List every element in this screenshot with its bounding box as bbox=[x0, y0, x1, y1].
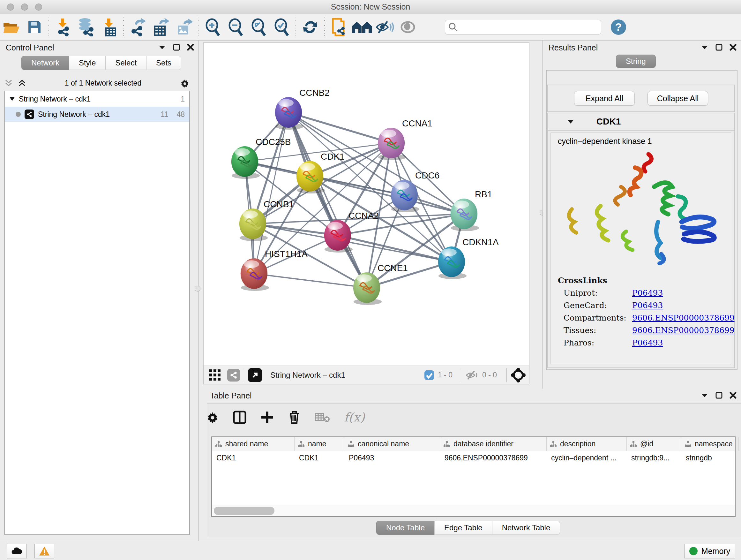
minimize-window-button[interactable] bbox=[21, 3, 28, 10]
tab-network-table[interactable]: Network Table bbox=[492, 521, 560, 535]
string-homes-button[interactable] bbox=[350, 17, 374, 38]
float-panel-icon[interactable] bbox=[716, 44, 723, 51]
node-label-hist1h1a: HIST1H1A bbox=[265, 249, 308, 259]
import-table-button[interactable] bbox=[98, 17, 121, 38]
table-cell[interactable]: stringdb bbox=[681, 451, 739, 466]
export-network-button[interactable] bbox=[126, 17, 149, 38]
column-header-shared-name[interactable]: shared name bbox=[212, 437, 294, 451]
tab-network[interactable]: Network bbox=[21, 56, 69, 70]
network-view-icon[interactable] bbox=[227, 369, 240, 381]
table-cell[interactable]: CDK1 bbox=[294, 451, 344, 466]
tab-edge-table[interactable]: Edge Table bbox=[434, 521, 492, 535]
open-folder-icon bbox=[3, 20, 20, 34]
global-search-box[interactable] bbox=[445, 20, 601, 35]
table-cell[interactable]: stringdb:9... bbox=[627, 451, 681, 466]
zoom-out-button[interactable] bbox=[224, 17, 247, 38]
expand-all-button[interactable]: Expand All bbox=[574, 91, 635, 106]
add-column-icon[interactable] bbox=[260, 411, 274, 424]
float-panel-icon[interactable] bbox=[716, 392, 723, 399]
column-header-name[interactable]: name bbox=[294, 437, 344, 451]
column-header-database-identifier[interactable]: database identifier bbox=[440, 437, 547, 451]
panel-menu-icon[interactable] bbox=[701, 393, 709, 398]
column-header-description[interactable]: description bbox=[547, 437, 627, 451]
selected-checkbox-icon[interactable] bbox=[424, 370, 434, 381]
memory-button[interactable]: Memory bbox=[684, 544, 735, 558]
collapse-all-chevron-icon[interactable] bbox=[4, 79, 13, 87]
import-network-from-database-button[interactable] bbox=[75, 17, 98, 38]
crosslink-link[interactable]: 9606.ENSP00000378699 bbox=[632, 313, 735, 322]
network-edge[interactable] bbox=[288, 112, 391, 143]
left-splitter-handle[interactable] bbox=[195, 286, 200, 292]
table-panel-controls bbox=[701, 392, 737, 399]
refresh-button[interactable] bbox=[299, 17, 322, 38]
grid-view-icon[interactable] bbox=[209, 369, 221, 381]
export-image-button[interactable] bbox=[172, 17, 195, 38]
results-tab-string[interactable]: String bbox=[616, 55, 656, 68]
birds-eye-view-icon[interactable] bbox=[511, 368, 526, 383]
export-table-button[interactable] bbox=[149, 17, 172, 38]
gray-eye-button[interactable] bbox=[396, 17, 419, 38]
search-input[interactable] bbox=[458, 23, 595, 31]
help-button[interactable]: ? bbox=[607, 17, 630, 38]
tab-node-table[interactable]: Node Table bbox=[376, 521, 434, 535]
hide-unhide-button[interactable] bbox=[374, 17, 396, 38]
crosslink-link[interactable]: P06493 bbox=[632, 288, 663, 298]
expander-triangle-icon[interactable] bbox=[9, 97, 15, 101]
crosslink-link[interactable]: 9606.ENSP00000378699 bbox=[632, 326, 735, 335]
zoom-in-button[interactable] bbox=[201, 17, 224, 38]
column-header--id[interactable]: @id bbox=[627, 437, 681, 451]
collapse-all-button[interactable]: Collapse All bbox=[648, 91, 708, 106]
import-network-button[interactable] bbox=[52, 17, 75, 38]
column-header-canonical-name[interactable]: canonical name bbox=[344, 437, 440, 451]
tab-style[interactable]: Style bbox=[69, 56, 106, 70]
delete-table-icon[interactable] bbox=[315, 412, 330, 423]
open-in-window-icon[interactable] bbox=[248, 368, 262, 382]
close-panel-icon[interactable] bbox=[187, 44, 194, 51]
tab-select[interactable]: Select bbox=[105, 56, 146, 70]
network-canvas[interactable]: CCNB2CCNA1CDC25BCDK1CDC6RB1CCNB1CCNA2CDK… bbox=[203, 43, 529, 366]
network-row-selected[interactable]: String Network – cdk1 11 48 bbox=[5, 107, 189, 122]
close-panel-icon[interactable] bbox=[730, 44, 737, 51]
expand-all-chevron-icon[interactable] bbox=[18, 79, 26, 87]
close-window-button[interactable] bbox=[7, 3, 14, 10]
warnings-button[interactable] bbox=[35, 544, 54, 558]
zoom-fit-button[interactable] bbox=[247, 17, 270, 38]
collapse-card-triangle-icon[interactable] bbox=[567, 119, 574, 124]
float-panel-icon[interactable] bbox=[173, 44, 180, 51]
horizontal-scrollbar[interactable] bbox=[212, 505, 735, 516]
panel-menu-icon[interactable] bbox=[158, 45, 166, 50]
network-edge[interactable] bbox=[288, 112, 367, 288]
network-graph[interactable]: CCNB2CCNA1CDC25BCDK1CDC6RB1CCNB1CCNA2CDK… bbox=[204, 43, 529, 366]
table-cell[interactable]: CDK1 bbox=[212, 451, 294, 466]
table-cell[interactable]: P06493 bbox=[344, 451, 440, 466]
zoom-window-button[interactable] bbox=[35, 3, 42, 10]
search-icon bbox=[448, 22, 458, 32]
tab-sets[interactable]: Sets bbox=[146, 56, 181, 70]
network-edge[interactable] bbox=[338, 235, 452, 262]
open-session-button[interactable] bbox=[0, 17, 23, 38]
table-cell[interactable]: 9606.ENSP00000378699 bbox=[440, 451, 547, 466]
close-panel-icon[interactable] bbox=[730, 392, 737, 399]
crosslink-link[interactable]: P06493 bbox=[632, 338, 663, 348]
protein-card-header[interactable]: CDK1 bbox=[548, 113, 734, 131]
delete-column-icon[interactable] bbox=[288, 410, 300, 424]
network-options-gear-icon[interactable] bbox=[180, 78, 190, 88]
scrollbar-thumb[interactable] bbox=[214, 507, 274, 515]
zoom-selected-button[interactable] bbox=[270, 17, 293, 38]
string-document-icon bbox=[330, 17, 347, 37]
string-protein-query-button[interactable] bbox=[327, 17, 350, 38]
crosslink-label: Pharos: bbox=[563, 338, 632, 348]
table-row[interactable]: CDK1CDK1P064939606.ENSP00000378699cyclin… bbox=[212, 451, 735, 466]
panel-menu-icon[interactable] bbox=[701, 45, 709, 50]
table-cell[interactable]: cyclin–dependent ... bbox=[547, 451, 627, 466]
zoom-in-icon bbox=[204, 18, 221, 36]
hidden-eye-icon[interactable] bbox=[465, 369, 479, 381]
network-collection-row[interactable]: String Network – cdk1 1 bbox=[5, 91, 189, 107]
network-edge[interactable] bbox=[254, 273, 367, 288]
column-header-namespace[interactable]: namespace bbox=[681, 437, 739, 451]
table-options-gear-icon[interactable] bbox=[206, 411, 219, 424]
save-session-button[interactable] bbox=[23, 17, 46, 38]
crosslink-link[interactable]: P06493 bbox=[632, 301, 663, 310]
show-columns-icon[interactable] bbox=[233, 411, 246, 424]
cloud-status-button[interactable] bbox=[7, 544, 27, 558]
